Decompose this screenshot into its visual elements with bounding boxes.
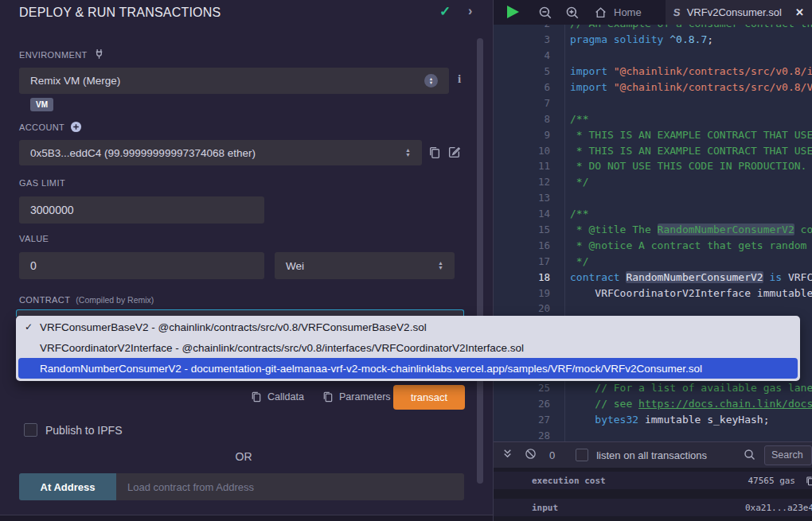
- check-icon: ✓: [25, 321, 33, 332]
- code-line: 28: [494, 427, 812, 441]
- line-content: */: [561, 255, 588, 267]
- line-number: 8: [494, 113, 561, 125]
- value-unit: Wei: [286, 260, 304, 272]
- home-icon: [594, 6, 607, 19]
- code-line: 12 */: [494, 174, 812, 190]
- line-content: // An example of a consumer contract tha…: [561, 25, 812, 29]
- option-label: VRFConsumerBaseV2 - @chainlink/contracts…: [40, 321, 427, 333]
- vm-badge: VM: [30, 98, 53, 111]
- terminal-row-key: input: [532, 503, 558, 513]
- tab-title: VRFv2Consumer.sol: [687, 6, 782, 18]
- edit-account-icon[interactable]: [447, 146, 461, 159]
- publish-ipfs-checkbox[interactable]: [24, 423, 37, 437]
- line-number: 4: [494, 49, 561, 61]
- line-content: * DO NOT USE THIS CODE IN PRODUCTION.: [561, 160, 806, 172]
- contract-dropdown: ✓VRFConsumerBaseV2 - @chainlink/contract…: [16, 316, 800, 381]
- line-number: 25: [494, 382, 561, 394]
- contract-dropdown-option[interactable]: ✓VRFConsumerBaseV2 - @chainlink/contract…: [16, 317, 800, 337]
- line-content: import "@chainlink/contracts/src/v0.8/VR: [561, 81, 812, 93]
- transact-button[interactable]: transact: [393, 385, 465, 410]
- line-number: 11: [494, 160, 561, 172]
- code-line: 15 * @title The RandomNumberConsumerV2 c…: [494, 222, 812, 238]
- line-content: * THIS IS AN EXAMPLE CONTRACT THAT USES: [561, 129, 812, 141]
- line-number: 14: [494, 208, 561, 220]
- option-label: VRFCoordinatorV2Interface - @chainlink/c…: [40, 342, 524, 354]
- contract-dropdown-option[interactable]: RandomNumberConsumerV2 - documentation-g…: [18, 358, 798, 379]
- value-input[interactable]: [19, 252, 264, 279]
- copy-icon: [250, 391, 262, 402]
- code-line: 20: [494, 301, 812, 317]
- chevron-updown-icon: ▲▼: [424, 74, 438, 87]
- contract-sublabel: (Compiled by Remix): [76, 295, 154, 305]
- terminal-search-input[interactable]: [764, 445, 812, 465]
- gas-limit-label: GAS LIMIT: [19, 178, 65, 188]
- at-address-button[interactable]: At Address: [19, 473, 116, 500]
- copy-icon: [322, 391, 334, 402]
- line-content: /**: [561, 208, 588, 220]
- search-icon: [744, 449, 756, 461]
- terminal-row-key: execution cost: [532, 476, 606, 486]
- code-line: 14/**: [494, 206, 812, 222]
- code-line: 17 */: [494, 253, 812, 269]
- account-select[interactable]: 0x5B3...eddC4 (99.99999999997374068 ethe…: [19, 140, 422, 165]
- run-script-icon[interactable]: [507, 6, 519, 18]
- parameters-button[interactable]: Parameters: [322, 391, 391, 402]
- value-label: VALUE: [19, 234, 49, 243]
- environment-value: Remix VM (Merge): [30, 75, 120, 87]
- listen-all-checkbox[interactable]: [576, 449, 588, 461]
- solidity-icon: S: [673, 6, 681, 18]
- line-content: */: [561, 176, 588, 188]
- code-line: 4: [494, 48, 812, 64]
- panel-scrollbar[interactable]: [477, 38, 483, 484]
- zoom-out-icon[interactable]: [538, 6, 552, 20]
- code-line: 9 * THIS IS AN EXAMPLE CONTRACT THAT USE…: [494, 126, 812, 142]
- line-number: 20: [494, 302, 561, 314]
- plug-icon: [93, 49, 105, 60]
- value-unit-select[interactable]: Wei ▲▼: [275, 252, 455, 279]
- environment-select[interactable]: Remix VM (Merge) ▲▼: [19, 68, 449, 94]
- info-icon[interactable]: i: [458, 72, 461, 86]
- clear-console-icon[interactable]: [525, 448, 537, 463]
- account-value: 0x5B3...eddC4 (99.99999999997374068 ethe…: [30, 147, 256, 159]
- code-line: 8/**: [494, 111, 812, 126]
- tab-home[interactable]: Home: [589, 0, 646, 25]
- expand-terminal-icon[interactable]: [502, 448, 513, 463]
- line-content: // For a list of available gas lanes: [561, 382, 812, 394]
- gas-limit-input[interactable]: [19, 196, 264, 224]
- line-number: 12: [494, 176, 561, 188]
- collapse-panel-icon[interactable]: ›: [468, 4, 472, 18]
- code-line: 6import "@chainlink/contracts/src/v0.8/V…: [494, 80, 812, 95]
- line-number: 2: [494, 25, 561, 29]
- code-line: 16 * @notice A contract that gets random…: [494, 237, 812, 253]
- chevron-updown-icon: ▲▼: [438, 261, 443, 270]
- panel-bottom-strip: [0, 515, 493, 521]
- terminal-toolbar: 0 listen on all transactions: [494, 441, 812, 468]
- zoom-in-icon[interactable]: [565, 6, 580, 20]
- line-number: 27: [494, 414, 561, 426]
- transaction-count: 0: [549, 449, 555, 461]
- line-content: contract RandomNumberConsumerV2 is VRFCo: [561, 271, 812, 283]
- contract-label: CONTRACT (Compiled by Remix): [19, 295, 154, 305]
- calldata-button[interactable]: Calldata: [250, 391, 304, 402]
- code-line: 19 VRFCoordinatorV2Interface immutable: [494, 285, 812, 301]
- copy-icon[interactable]: [805, 476, 812, 486]
- line-number: 15: [494, 224, 561, 235]
- code-line: 7: [494, 95, 812, 111]
- terminal-output: execution cost47565 gasinput0xa21...a23e…: [494, 468, 812, 521]
- tab-vrfv2consumer[interactable]: S VRFv2Consumer.sol ✕: [666, 0, 812, 25]
- line-number: 13: [494, 192, 561, 204]
- close-tab-icon[interactable]: ✕: [795, 6, 804, 18]
- at-address-input[interactable]: [116, 473, 464, 500]
- line-number: 19: [494, 287, 561, 299]
- line-content: bytes32 immutable s_keyHash;: [561, 414, 769, 426]
- line-number: 6: [494, 81, 561, 93]
- contract-dropdown-option[interactable]: VRFCoordinatorV2Interface - @chainlink/c…: [16, 337, 800, 358]
- line-number: 9: [494, 129, 561, 141]
- code-line: 27 bytes32 immutable s_keyHash;: [494, 411, 812, 427]
- line-content: * THIS IS AN EXAMPLE CONTRACT THAT USES: [561, 145, 812, 157]
- copy-account-icon[interactable]: [427, 146, 441, 159]
- line-number: 18: [494, 271, 561, 283]
- publish-ipfs-label: Publish to IPFS: [45, 424, 123, 437]
- add-account-icon[interactable]: [70, 121, 82, 133]
- listen-all-label: listen on all transactions: [596, 449, 707, 461]
